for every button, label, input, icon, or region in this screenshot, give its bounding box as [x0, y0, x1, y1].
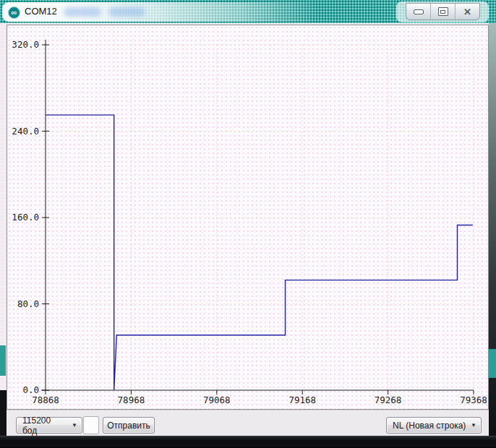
desktop-background: ∞ COM12 ✕ 0.080.0160.0240.0320.078868789…: [0, 0, 496, 448]
infinity-icon: ∞: [12, 8, 17, 17]
serial-plotter-chart: 0.080.0160.0240.0320.0788687896879068791…: [7, 25, 488, 409]
titlebar-ghost-artifact: [108, 7, 145, 17]
window-titlebar: ∞ COM12 ✕: [0, 0, 496, 23]
chevron-down-icon: ▼: [471, 422, 476, 428]
window-controls: ✕: [406, 3, 480, 20]
x-tick-label: 79068: [203, 395, 231, 405]
maximize-icon-inner: [440, 10, 445, 14]
send-button[interactable]: Отправить: [103, 417, 155, 434]
line-ending-value: NL (Новая строка): [393, 421, 466, 431]
y-tick-label: 0.0: [22, 384, 39, 395]
minimize-icon: [414, 9, 424, 14]
baud-rate-value: 115200 бод: [22, 415, 67, 436]
plotter-toolbar: 115200 бод ▼ Отправить NL (Новая строка)…: [0, 410, 489, 436]
close-button[interactable]: ✕: [455, 4, 479, 20]
y-tick-label: 240.0: [12, 126, 39, 137]
titlebar-ghost-artifact: [64, 7, 101, 17]
x-tick-label: 78968: [118, 395, 145, 405]
minimize-button[interactable]: [406, 4, 430, 20]
y-tick-label: 320.0: [12, 39, 39, 50]
window-body: 0.080.0160.0240.0320.0788687896879068791…: [0, 23, 489, 436]
series-line: [46, 115, 473, 390]
window-title: COM12: [25, 6, 57, 17]
x-tick-label: 79268: [375, 395, 402, 405]
plot-canvas: 0.080.0160.0240.0320.0788687896879068791…: [7, 25, 489, 410]
baud-rate-select[interactable]: 115200 бод ▼: [16, 417, 82, 434]
maximize-icon: [438, 7, 448, 16]
y-tick-label: 80.0: [17, 298, 39, 309]
frame-artifact: [489, 349, 496, 378]
x-tick-label: 78868: [32, 395, 59, 405]
y-tick-label: 160.0: [12, 212, 39, 223]
chevron-down-icon: ▼: [72, 422, 77, 428]
send-input[interactable]: [83, 416, 99, 434]
window-left-border: [0, 390, 7, 436]
x-tick-label: 79368: [460, 395, 487, 405]
window-bottom-border: [0, 436, 496, 448]
maximize-button[interactable]: [430, 4, 455, 20]
close-icon: ✕: [463, 7, 471, 17]
line-ending-select[interactable]: NL (Новая строка) ▼: [386, 417, 482, 434]
x-tick-label: 79168: [288, 395, 316, 405]
frame-artifact: [0, 345, 6, 376]
arduino-app-icon: ∞: [8, 7, 20, 19]
